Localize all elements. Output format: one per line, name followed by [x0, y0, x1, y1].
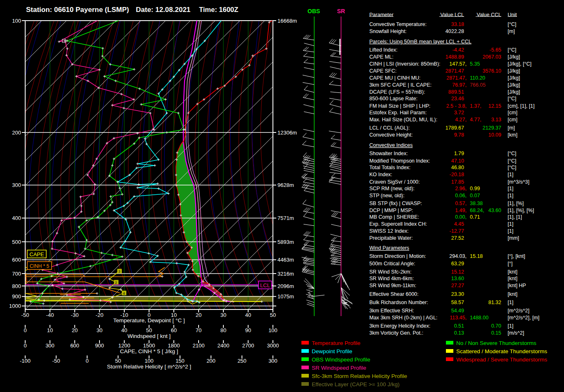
svg-text:CAPE MU | CINH MU:: CAPE MU | CINH MU:	[370, 75, 421, 81]
svg-text:FM Hail Size | SHIP | LHP:: FM Hail Size | SHIP | LHP:	[370, 103, 431, 109]
svg-text:12306m: 12306m	[277, 130, 297, 136]
svg-text:-12.77: -12.77	[450, 228, 464, 234]
svg-text:0.70: 0.70	[491, 323, 501, 329]
svg-text:Effective Shear 6000:: Effective Shear 6000:	[370, 291, 419, 297]
svg-text:1.37,: 1.37,	[470, 103, 481, 109]
svg-text:500: 500	[12, 239, 21, 245]
svg-text:0: 0	[85, 358, 88, 364]
svg-text:90: 90	[245, 327, 251, 333]
svg-text:0.06,: 0.06,	[455, 193, 467, 198]
svg-text:76.97,: 76.97,	[452, 82, 467, 88]
svg-text:-40: -40	[46, 312, 54, 318]
svg-text:Convective Temperature:: Convective Temperature:	[370, 21, 427, 27]
svg-text:2700: 2700	[242, 342, 254, 349]
svg-text:Storm Relative Helicity [ m^2: Storm Relative Helicity [ m^2/s^2 ]	[107, 364, 191, 370]
svg-text:5.35: 5.35	[470, 61, 480, 67]
svg-text:9628m: 9628m	[277, 182, 294, 188]
svg-text:58.57: 58.57	[451, 300, 464, 305]
svg-text:33.18: 33.18	[451, 21, 464, 27]
svg-text:4463m: 4463m	[277, 257, 294, 263]
svg-text:-5.65: -5.65	[490, 47, 502, 53]
svg-text:2871.47,: 2871.47,	[446, 75, 467, 81]
svg-text:100: 100	[12, 18, 21, 24]
svg-text:[J/kg], [°C]: [J/kg], [°C]	[508, 61, 532, 67]
svg-text:889.51: 889.51	[448, 89, 464, 95]
svg-text:[cm]: [cm]	[508, 117, 518, 123]
svg-text:[m^2/s^2]: [m^2/s^2]	[508, 308, 530, 314]
svg-text:4.77,: 4.77,	[470, 117, 481, 123]
svg-text:30: 30	[97, 327, 102, 333]
svg-text:[m]: [m]	[508, 28, 515, 34]
svg-text:850-600 Lapse Rate:: 850-600 Lapse Rate:	[370, 96, 418, 102]
svg-text:SCP RM (new, old):: SCP RM (new, old):	[370, 186, 415, 191]
svg-text:LCL / CCL (AGL):: LCL / CCL (AGL):	[370, 125, 410, 131]
svg-text:[1], [%]: [1], [%]	[508, 201, 524, 206]
svg-text:SWISS 12 Index:: SWISS 12 Index:	[370, 228, 409, 234]
svg-text:-50: -50	[21, 312, 29, 318]
svg-text:1488.89: 1488.89	[446, 54, 464, 60]
svg-text:Value LCL: Value LCL	[441, 12, 464, 18]
svg-text:110.20: 110.20	[470, 75, 485, 81]
svg-text:-4.42: -4.42	[453, 47, 464, 53]
svg-text:[m^3/s^3]: [m^3/s^3]	[508, 179, 530, 185]
svg-text:15.18: 15.18	[470, 253, 483, 259]
svg-text:[knt]: [knt]	[508, 269, 518, 275]
svg-text:81.32: 81.32	[488, 300, 501, 305]
svg-text:4.45: 4.45	[454, 221, 464, 227]
svg-text:200: 200	[206, 358, 216, 364]
svg-text:600: 600	[12, 257, 21, 263]
svg-text:5893m: 5893m	[277, 239, 294, 245]
svg-text:113.45,: 113.45,	[450, 315, 467, 321]
svg-text:4: 4	[123, 291, 125, 295]
svg-text:Windspeed [ knt ]: Windspeed [ knt ]	[128, 333, 171, 339]
svg-text:766.05: 766.05	[470, 82, 486, 88]
svg-text:[1], [%], [%]: [1], [%], [%]	[508, 208, 534, 213]
svg-text:2067.03: 2067.03	[483, 54, 501, 60]
svg-text:Scattered / Moderate Thunderst: Scattered / Moderate Thunderstorms	[456, 348, 547, 354]
svg-text:Total Totals Index:: Total Totals Index:	[370, 165, 411, 170]
svg-text:3: 3	[118, 269, 120, 274]
svg-text:100: 100	[268, 327, 277, 333]
svg-text:LCL: LCL	[260, 282, 270, 288]
svg-text:147.57,: 147.57,	[449, 61, 467, 67]
svg-text:Station: 06610 Payerne (LSMP): Station: 06610 Payerne (LSMP)	[26, 6, 129, 14]
svg-text:[1]: [1]	[508, 228, 514, 234]
svg-text:[1]: [1]	[508, 221, 514, 227]
svg-text:-30: -30	[71, 312, 79, 318]
svg-text:Wind Parameters: Wind Parameters	[370, 245, 410, 251]
svg-text:3.13: 3.13	[491, 117, 501, 123]
svg-text:[knt]: [knt]	[508, 291, 518, 297]
svg-text:Temperature Profile: Temperature Profile	[312, 340, 360, 346]
svg-text:3km Effective SRH:: 3km Effective SRH:	[370, 308, 414, 314]
svg-text:CAPE, CINH * 5 [ J/kg ]: CAPE, CINH * 5 [ J/kg ]	[120, 348, 178, 354]
svg-text:OBS: OBS	[308, 8, 320, 14]
svg-text:Convective Indices: Convective Indices	[370, 142, 413, 148]
svg-text:Estofex Exp. Hail Param:: Estofex Exp. Hail Param:	[370, 110, 427, 116]
svg-text:Temperature, Dewpoint [ °C ]: Temperature, Dewpoint [ °C ]	[113, 317, 185, 324]
svg-text:2: 2	[115, 281, 117, 285]
svg-text:500m Critical Angle:: 500m Critical Angle:	[370, 261, 415, 267]
svg-text:60: 60	[171, 327, 177, 333]
svg-text:0.57,: 0.57,	[455, 201, 467, 206]
svg-text:CAPE ML:: CAPE ML:	[370, 54, 393, 60]
svg-text:3km SFC CAPE | IL CAPE:: 3km SFC CAPE | IL CAPE:	[370, 82, 432, 88]
svg-text:SR Wind Sfc-2km:: SR Wind Sfc-2km:	[370, 269, 412, 275]
svg-text:27.52: 27.52	[451, 235, 464, 241]
svg-text:20: 20	[196, 312, 201, 318]
svg-text:0.00,: 0.00,	[455, 214, 467, 220]
svg-text:17.85: 17.85	[451, 179, 464, 185]
svg-text:13.60: 13.60	[451, 276, 464, 281]
svg-text:2.96,: 2.96,	[455, 186, 467, 191]
svg-text:300: 300	[12, 182, 21, 188]
svg-text:23.46: 23.46	[451, 96, 464, 102]
svg-text:[°C]: [°C]	[508, 151, 517, 156]
svg-text:20: 20	[72, 327, 78, 333]
svg-text:[m/s^2]: [m/s^2]	[508, 330, 524, 336]
svg-text:Parcels: Using 50mB mean layer: Parcels: Using 50mB mean layer LCL + CCL	[370, 39, 472, 45]
svg-text:Modified Thompson Index:: Modified Thompson Index:	[370, 158, 430, 164]
svg-text:[mm]: [mm]	[508, 235, 519, 241]
svg-text:250: 250	[237, 358, 246, 364]
svg-text:16668m: 16668m	[277, 18, 297, 24]
svg-text:[knt] HP: [knt] HP	[508, 283, 526, 288]
svg-text:[m^2/s^2], [m]: [m^2/s^2], [m]	[508, 315, 540, 321]
